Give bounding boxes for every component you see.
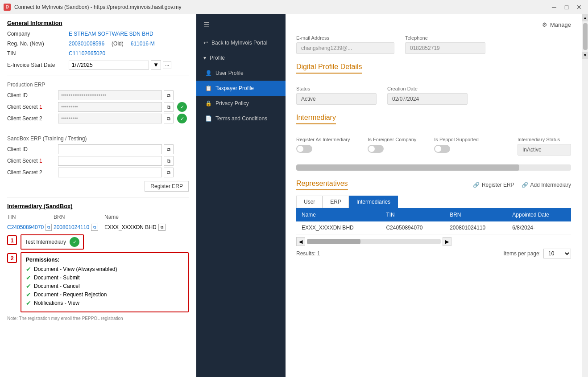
title-bar-text: Connect to MyInvois (Sandbox) - https://…	[14, 4, 182, 10]
sandbox-secret2-input[interactable]	[58, 168, 162, 177]
sandbox-erp-section: SandBox ERP (Training / Testing) Client …	[7, 135, 189, 192]
horizontal-thumb[interactable]	[296, 164, 519, 171]
prod-secret1-input[interactable]	[58, 102, 162, 112]
tab-erp[interactable]: ERP	[323, 196, 349, 208]
register-erp-btn[interactable]: 🔗 Register ERP	[473, 182, 514, 188]
rep-tabs: User ERP Intermediaries	[296, 196, 571, 208]
date-dropdown-btn[interactable]: ▼	[151, 60, 161, 70]
perm-check-2: ✔	[26, 283, 31, 290]
sandbox-secret2-copy[interactable]: ⧉	[164, 168, 174, 177]
table-row[interactable]: EXXX_XXXXDN BHD C24050894070 20080102411…	[296, 221, 571, 234]
intermediary-name: EXXX_XXXXDN BHD ⧉	[104, 224, 189, 231]
email-label: E-mail Address	[296, 35, 394, 41]
perm-label-3: Document - Request Rejection	[34, 291, 107, 298]
intermediary-fields: Register As Intermediary Is Foreigner Co…	[296, 137, 571, 156]
sidebar-item-terms[interactable]: 📄 Terms and Conditions	[196, 111, 286, 126]
perm-check-1: ✔	[26, 274, 31, 281]
tab-intermediaries[interactable]: Intermediaries	[349, 196, 398, 208]
tin-value[interactable]: C11102665020	[69, 50, 189, 57]
sandbox-secret1-input[interactable]	[58, 156, 162, 166]
title-bar-controls: ─ □ ✕	[549, 3, 584, 12]
creation-date-value: 02/07/2024	[387, 93, 468, 105]
close-button[interactable]: ✕	[574, 3, 584, 12]
general-info-section: General Information Company E STREAM SOF…	[7, 20, 189, 70]
hamburger-menu[interactable]: ☰	[196, 14, 286, 35]
add-intermediary-btn[interactable]: 🔗 Add Intermediary	[522, 182, 571, 188]
items-per-page-select[interactable]: 10 25 50	[543, 249, 571, 258]
production-erp-section: Production ERP Client ID ⧉ Client Secret…	[7, 82, 189, 123]
regno-old[interactable]: 611016-M	[131, 41, 155, 47]
add-intermediary-icon: 🔗	[522, 182, 528, 188]
profile-section-header[interactable]: ▾ Profile	[196, 50, 286, 66]
register-intermediary-toggle[interactable]	[296, 145, 312, 153]
peppol-label: Is Peppol Supported	[434, 137, 479, 142]
callout-2: 2 Permissions: ✔ Document - View (Always…	[7, 252, 189, 312]
intermediary-section: Intermediary (SandBox) TIN BRN Name C240…	[7, 203, 189, 321]
company-value[interactable]: E STREAM SOFTWARE SDN BHD	[69, 31, 189, 37]
manage-button[interactable]: ⚙ Manage	[542, 21, 571, 28]
date-input[interactable]	[69, 61, 149, 70]
regno-label: Reg. No. (New)	[7, 41, 65, 47]
representatives-section: Representatives 🔗 Register ERP 🔗 Add Int…	[296, 180, 571, 258]
register-erp-button[interactable]: Register ERP	[145, 181, 189, 192]
phone-label: Telephone	[405, 35, 485, 41]
scrollbar-down-btn[interactable]: ▼	[582, 52, 588, 59]
brn-header: BRN	[54, 214, 103, 220]
scrollbar-up-btn[interactable]: ▲	[582, 14, 588, 21]
regno-new[interactable]: 200301008596	[69, 41, 104, 47]
perm-item-0: ✔ Document - View (Always enabled)	[26, 266, 183, 273]
peppol-toggle[interactable]	[434, 145, 450, 153]
prod-clientid-copy[interactable]: ⧉	[164, 90, 174, 100]
table-scroll-left[interactable]: ◀	[296, 237, 305, 246]
tin-copy-icon[interactable]: ⧉	[46, 224, 52, 231]
sandbox-clientid-copy[interactable]: ⧉	[164, 144, 174, 154]
prod-secret2-copy[interactable]: ⧉	[164, 114, 174, 123]
sandbox-secret2-row: Client Secret 2 ⧉	[7, 168, 189, 177]
permissions-title: Permissions:	[26, 257, 183, 263]
register-intermediary-label: Register As Intermediary	[296, 137, 350, 142]
privacy-policy-label: Privacy Policy	[215, 100, 249, 107]
sidebar-item-privacy-policy[interactable]: 🔒 Privacy Policy	[196, 96, 286, 111]
right-scrollbar: ▲ ▼	[582, 14, 588, 377]
horizontal-scrollbar[interactable]	[296, 164, 571, 171]
sidebar-item-user-profile[interactable]: 👤 User Profile	[196, 66, 286, 81]
table-scroll-right[interactable]: ▶	[443, 237, 451, 246]
maximize-button[interactable]: □	[561, 3, 572, 12]
perm-item-2: ✔ Document - Cancel	[26, 283, 183, 290]
prod-secret2-input[interactable]	[58, 114, 162, 123]
prod-clientid-input[interactable]	[58, 90, 162, 100]
test-intermediary-name: Test Intermediary	[25, 239, 66, 245]
tab-user[interactable]: User	[296, 196, 323, 208]
sidebar-item-taxpayer-profile[interactable]: 📋 Taxpayer Profile	[196, 81, 286, 96]
terms-label: Terms and Conditions	[215, 115, 267, 122]
sandbox-clientid-input[interactable]	[58, 144, 162, 154]
name-copy-icon[interactable]: ⧉	[158, 224, 166, 231]
profile-label: Profile	[210, 55, 225, 61]
foreigner-toggle[interactable]	[368, 145, 384, 153]
date-more-btn[interactable]: ···	[163, 61, 171, 69]
minimize-button[interactable]: ─	[549, 3, 559, 12]
scrollbar-thumb[interactable]	[583, 23, 588, 50]
table-scroll-thumb[interactable]	[307, 239, 360, 244]
back-to-myinvois[interactable]: ↩ Back to MyInvois Portal	[196, 35, 286, 50]
name-header: Name	[104, 214, 189, 220]
intermediary-status-value: InActive	[518, 144, 571, 156]
prod-clientid-row: Client ID ⧉	[7, 90, 189, 100]
status-group: Status Active	[296, 86, 377, 105]
col-brn: BRN	[444, 208, 507, 221]
left-panel: General Information Company E STREAM SOF…	[0, 14, 196, 377]
table-scrollbar[interactable]	[307, 239, 441, 244]
intermediary-tin[interactable]: C24050894070 ⧉	[7, 224, 52, 231]
user-profile-label: User Profile	[215, 70, 244, 76]
intermediary-brn[interactable]: 200801024110 ⧉	[54, 224, 103, 231]
digital-profile-section: Digital Profile Details Status Active Cr…	[296, 63, 571, 105]
sandbox-secret1-copy[interactable]: ⧉	[164, 156, 174, 166]
test-intermediary-check: ✓	[70, 237, 79, 247]
status-creation-row: Status Active Creation Date 02/07/2024	[296, 86, 571, 105]
prod-secret1-copy[interactable]: ⧉	[164, 102, 174, 112]
company-row: Company E STREAM SOFTWARE SDN BHD	[7, 31, 189, 37]
scroll-area	[296, 164, 571, 171]
rep-table: Name TIN BRN Appointed Date EXXX_XXXXDN …	[296, 208, 571, 234]
brn-copy-icon[interactable]: ⧉	[91, 224, 98, 231]
col-name: Name	[296, 208, 381, 221]
